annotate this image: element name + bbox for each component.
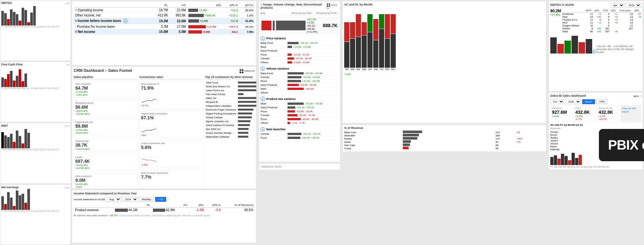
vi-cat: Baby Food (260, 72, 286, 75)
comp-mtd: 11 (584, 18, 593, 21)
top15-customers-table: Total Truck 202K North End Motors Inc 18… (205, 81, 257, 139)
ebitda-year-sel[interactable]: 2019 (626, 3, 641, 8)
monthly-tab[interactable]: Monthly (139, 197, 154, 202)
svg-rect-0 (240, 69, 241, 71)
sales-month-sel[interactable]: Oct (550, 99, 564, 104)
service-revenue-note-text: Lorem ipsum dolor sit amet, consectetur … (119, 214, 210, 217)
sc-bar3 (557, 159, 561, 165)
sales-ytd-tab[interactable]: YTD (596, 99, 607, 104)
ebitda-month-sel[interactable]: Apr (611, 3, 624, 8)
delta1: +41.7K (307, 18, 322, 21)
product-mix-items: Meat +70.3K +70.3K Dairy Products +24.1K… (260, 102, 338, 125)
cat-delta: +16 (516, 140, 545, 143)
wf-bar4 (572, 36, 578, 54)
customer-bar (237, 116, 257, 120)
comp-delta-mtd: +32 (593, 30, 601, 33)
section-2-num: 2 (260, 66, 265, 71)
ebit-bar6 (16, 131, 18, 148)
gp-delta-fc: -13.1% (599, 118, 616, 121)
month-col-apr: Apr (356, 14, 361, 70)
month-bar-jan-pos (344, 42, 349, 68)
product-mix-section: 3 Product mix variance Meat +70.3K +70.3… (260, 97, 338, 125)
vi-cat: Cereals (260, 57, 286, 60)
revenue-value: 927.6M (552, 110, 570, 115)
cat-val: 173 (496, 137, 516, 140)
ne-axis: Pl Jan Feb Mar Apr May Jun Jul Aug Sep O… (1, 210, 70, 212)
vi-bar (288, 54, 292, 56)
comp-delta-mtd: +22 (593, 15, 601, 18)
is-row-ac: 17.0M (169, 24, 187, 29)
sales-year-sel[interactable]: 2021 (565, 99, 581, 104)
variance-col: C hange, Volume change, New, Discontinue… (258, 0, 341, 245)
is-col-ac: AC (169, 3, 187, 8)
sales-controls: All ▾ ? (633, 95, 641, 98)
year-selector[interactable]: 2018 (122, 197, 138, 202)
comp-delta-mtd: -5 (593, 18, 601, 21)
vi-val: -13.1K (293, 53, 301, 56)
comp-name: Thurkel & Co (562, 18, 584, 21)
vi-val2: -40.6K (311, 118, 318, 121)
comp-ytd: 5 (601, 24, 610, 27)
customer-bar (237, 135, 257, 139)
comp-fy: 15 (618, 13, 633, 16)
fcf-bar8 (22, 81, 24, 87)
delta3: -55.1K (307, 24, 322, 27)
vi-cat: Pizza (260, 53, 286, 56)
ib-col-pl: PL (114, 203, 152, 208)
is-row-delta: +2.9M (187, 8, 219, 13)
comp-fy: 13 (618, 21, 633, 24)
bar-sep (24, 10, 27, 25)
period-selector[interactable]: Aug Sep (107, 197, 121, 202)
month-label-jun: Jun (368, 68, 372, 70)
cat-label: Audio (344, 140, 403, 143)
ebitda-right-panel: EBITDA in mUSD Apr 2019 80.2M +17.8% (548, 1, 643, 91)
cat-val: 92 (496, 140, 516, 143)
cat-delta (516, 143, 545, 147)
vi-bar (288, 80, 301, 82)
vi-bar (288, 84, 299, 86)
top15-row: Jared Gofena Of Jewelry 110K +39 +15.5 (205, 123, 257, 127)
ebitda-kpi-val: 80.2M (550, 9, 561, 13)
month-col-oct: Oct (379, 14, 384, 70)
is-row-fc-pct: 31.9% (239, 18, 255, 24)
vi-val: +67.6K (305, 72, 313, 75)
comp-name: OzzieCan (562, 13, 584, 16)
vi-val2: +43.1K (312, 132, 321, 135)
vi-val: +13.5K (293, 45, 302, 48)
metric-label: Leads (75, 156, 137, 159)
crm-pipeline-metric: Won revenue $4.7M +2.4% ΔPL -1.8% ΔFC (74, 81, 138, 98)
bar-nov (30, 13, 33, 25)
top15-row: Total Truck 202K (205, 81, 257, 85)
price-variance-items: Baby Food +34.1K +34.1K Meat +13.5K +13.… (260, 41, 338, 64)
top15-row: North End Motors Inc 185K +67K (205, 85, 257, 89)
vi-val2: +24.1K (306, 106, 315, 109)
is-row-delta-pct: -64.1 (223, 29, 239, 34)
customer-name: Total Truck (205, 81, 237, 85)
top15-row: Electronic Paper Solutions 143K (205, 108, 257, 112)
metric-delta2: -1.8% ΔFC (75, 93, 137, 96)
month-bar-jan-neg (344, 22, 349, 42)
variance-item: Others -13.6K -13.6K (260, 61, 338, 64)
customer-name: Minyard Bi (205, 100, 237, 104)
vi-bar (288, 114, 298, 116)
month-col-nov: Nov (385, 14, 390, 70)
is-row-label: = Operating income (74, 8, 151, 13)
customer-name: Agnew Jewelers Inc (205, 120, 237, 123)
crm-charts-col: PBIX examples included AC and PL by Mont… (341, 0, 547, 245)
rev-pvm-label: Revenue by PVM ↓ Revenue by PVM ↓ (291, 12, 338, 15)
click-kpi[interactable]: Click for KPI report (620, 105, 641, 122)
conv-sparkline (141, 91, 202, 104)
ytd-tab[interactable]: YTD (155, 197, 166, 202)
vi-cat: Pizza (260, 118, 286, 121)
customer-bar (237, 123, 257, 127)
summary-total: +41.7K +4.5K -55.1K +89.3K (+11.2%) (307, 18, 322, 33)
is-row-bar (219, 8, 223, 13)
annotation-num: 1 (593, 51, 595, 53)
is-row-bar (219, 24, 223, 29)
month-bar-apr-pos (356, 37, 361, 68)
ib-pl-val: 44.1M (128, 208, 137, 212)
vi-cat: Baby Food (260, 42, 286, 44)
sales-month-tab[interactable]: Month (582, 99, 595, 104)
is-row-delta: +549.3K (187, 13, 219, 18)
is-row-bar (219, 29, 223, 34)
